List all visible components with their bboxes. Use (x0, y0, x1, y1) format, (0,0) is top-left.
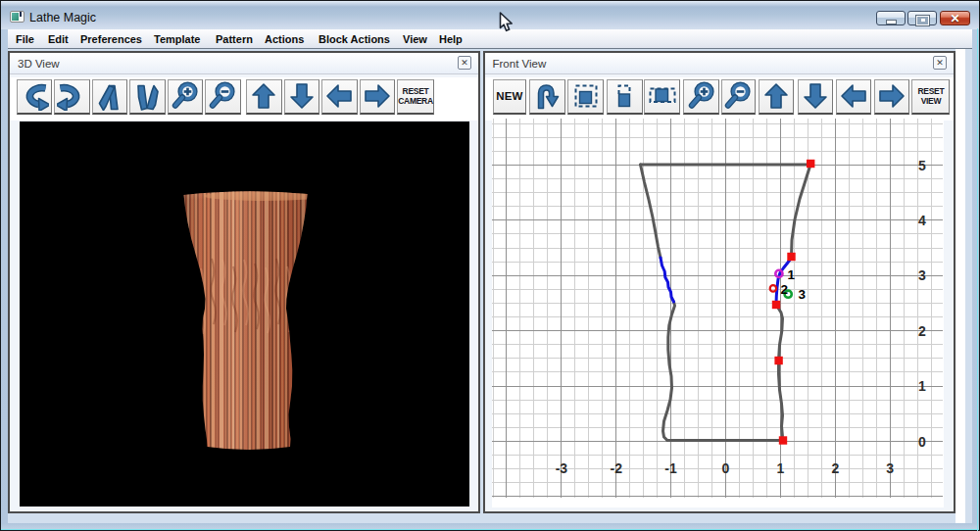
svg-text:0: 0 (918, 434, 926, 450)
svg-text:-1: -1 (664, 460, 677, 476)
svg-text:3: 3 (918, 267, 926, 283)
svg-text:2: 2 (831, 460, 839, 476)
svg-text:3: 3 (799, 287, 807, 302)
svg-text:-3: -3 (556, 460, 568, 476)
svg-text:0: 0 (722, 460, 730, 476)
svg-text:3: 3 (886, 460, 894, 476)
svg-text:5: 5 (918, 158, 926, 173)
svg-text:1: 1 (918, 378, 926, 394)
svg-text:1: 1 (788, 267, 796, 282)
svg-text:1: 1 (777, 460, 785, 476)
svg-text:2: 2 (781, 282, 789, 297)
svg-text:2: 2 (918, 323, 926, 339)
svg-text:4: 4 (918, 213, 926, 228)
svg-text:-2: -2 (610, 460, 622, 476)
